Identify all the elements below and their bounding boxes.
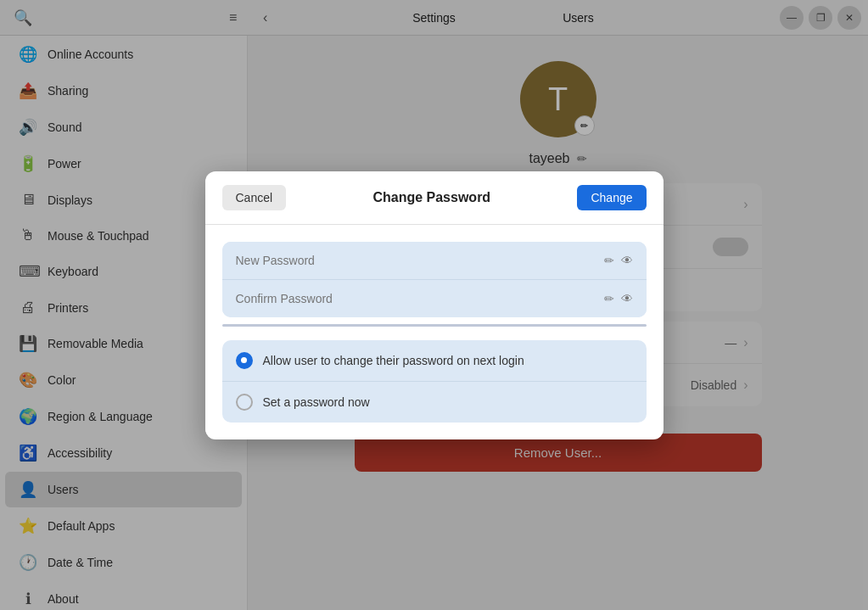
change-password-dialog: Cancel Change Password Change ✏ 👁 ✏ 👁 <box>205 171 664 439</box>
password-fields-container: ✏ 👁 ✏ 👁 <box>222 242 647 317</box>
confirm-password-edit-icon[interactable]: ✏ <box>604 292 614 305</box>
confirm-password-eye-icon[interactable]: 👁 <box>621 292 633 305</box>
confirm-password-row: ✏ 👁 <box>222 280 647 317</box>
change-button[interactable]: Change <box>577 185 646 210</box>
radio-options-container: Allow user to change their password on n… <box>222 340 647 423</box>
set-now-radio[interactable] <box>236 394 253 411</box>
new-password-edit-icon[interactable]: ✏ <box>604 254 614 267</box>
scroll-indicator <box>222 324 647 327</box>
dialog-title: Change Password <box>294 190 568 205</box>
new-password-row: ✏ 👁 <box>222 242 647 280</box>
allow-change-label: Allow user to change their password on n… <box>263 354 524 367</box>
new-password-input[interactable] <box>236 254 597 267</box>
allow-change-option[interactable]: Allow user to change their password on n… <box>222 340 647 382</box>
set-now-label: Set a password now <box>263 395 370 409</box>
dialog-body: ✏ 👁 ✏ 👁 Allow user to change their passw… <box>205 225 664 439</box>
dialog-overlay: Cancel Change Password Change ✏ 👁 ✏ 👁 <box>0 0 868 610</box>
set-now-option[interactable]: Set a password now <box>222 382 647 423</box>
cancel-button[interactable]: Cancel <box>222 185 287 210</box>
allow-change-radio[interactable] <box>236 352 253 369</box>
dialog-header: Cancel Change Password Change <box>205 171 664 225</box>
confirm-password-input[interactable] <box>236 292 597 305</box>
new-password-eye-icon[interactable]: 👁 <box>621 254 633 267</box>
